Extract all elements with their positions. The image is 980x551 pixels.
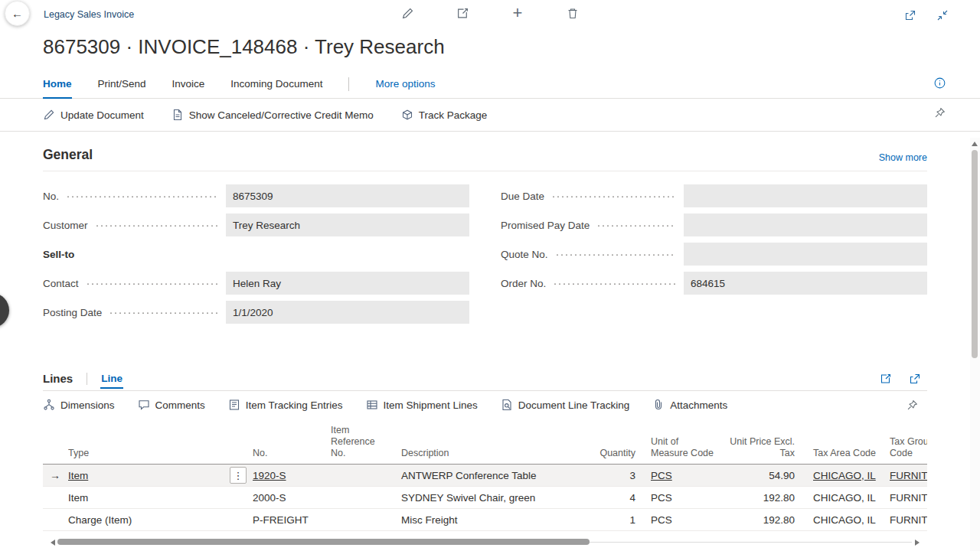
- col-quantity[interactable]: Quantity: [590, 448, 637, 464]
- cell-description[interactable]: SYDNEY Swivel Chair, green: [397, 492, 590, 504]
- scroll-left-arrow[interactable]: [51, 540, 55, 546]
- plus-icon: +: [513, 5, 523, 21]
- hscroll-thumb[interactable]: [57, 539, 590, 545]
- menu-tab-band: Home Print/Send Invoice Incoming Documen…: [0, 70, 980, 99]
- table-row[interactable]: Charge (Item) P-FREIGHT Misc Freight 1 P…: [43, 509, 927, 531]
- pin-lines-toolbar-button[interactable]: [906, 399, 918, 411]
- cell-no[interactable]: 1920-S: [253, 470, 329, 481]
- action-bar: Update Document Show Canceled/Corrective…: [43, 99, 927, 131]
- cell-unit-price[interactable]: 192.80: [724, 514, 798, 526]
- lines-toolbar: Dimensions Comments Item Tracking Entrie…: [43, 391, 927, 419]
- cell-quantity[interactable]: 1: [590, 514, 637, 526]
- edge-handle[interactable]: [0, 293, 9, 328]
- pencil-icon: [43, 109, 55, 121]
- dimensions-button[interactable]: Dimensions: [43, 399, 115, 411]
- comments-button[interactable]: Comments: [138, 399, 205, 411]
- col-tax-group-code[interactable]: Tax Group Code: [885, 436, 927, 464]
- attachments-button[interactable]: Attachments: [652, 399, 727, 411]
- document-icon: [172, 109, 184, 121]
- lines-caption: Lines: [43, 372, 73, 385]
- cell-description[interactable]: ANTWERP Conference Table: [397, 470, 590, 481]
- more-options-button[interactable]: More options: [375, 70, 435, 99]
- scroll-up-arrow[interactable]: [972, 142, 978, 146]
- table-row[interactable]: → Item ⋮ 1920-S ANTWERP Conference Table…: [43, 465, 927, 487]
- contact-field[interactable]: Helen Ray: [226, 272, 469, 295]
- share-button[interactable]: [452, 3, 472, 23]
- show-credit-memo-action[interactable]: Show Canceled/Corrective Credit Memo: [172, 109, 374, 121]
- back-button[interactable]: ←: [5, 1, 30, 26]
- tab-invoice[interactable]: Invoice: [172, 70, 205, 99]
- col-unit-price-excl-tax[interactable]: Unit Price Excl. Tax: [724, 436, 798, 464]
- vscroll-thumb[interactable]: [972, 150, 978, 358]
- no-field[interactable]: 8675309: [226, 184, 469, 207]
- cell-type[interactable]: Item: [68, 492, 253, 504]
- cell-tax-group-code[interactable]: FURNITURE: [885, 514, 927, 526]
- track-package-action[interactable]: Track Package: [401, 109, 488, 121]
- cell-no[interactable]: 2000-S: [253, 492, 329, 504]
- cell-tax-area-code[interactable]: CHICAGO, IL: [798, 514, 885, 526]
- vertical-scrollbar[interactable]: [970, 138, 980, 551]
- col-tax-area-code[interactable]: Tax Area Code: [798, 448, 885, 464]
- col-item-reference-no[interactable]: Item Reference No.: [329, 425, 397, 464]
- collapse-view-button[interactable]: [933, 5, 952, 25]
- tab-incoming-document[interactable]: Incoming Document: [230, 70, 322, 99]
- cell-tax-group-code[interactable]: FURNITURE: [885, 470, 927, 481]
- dotted-leader: [551, 195, 676, 197]
- popout-icon: [909, 373, 921, 385]
- col-description[interactable]: Description: [397, 448, 590, 464]
- share-lines-button[interactable]: [880, 373, 892, 385]
- document-line-tracking-button[interactable]: Document Line Tracking: [501, 399, 630, 411]
- topbar-center-actions: +: [397, 3, 583, 23]
- customer-field[interactable]: Trey Research: [226, 214, 469, 236]
- horizontal-scrollbar[interactable]: [43, 537, 927, 548]
- cell-type[interactable]: Charge (Item): [68, 514, 253, 526]
- item-tracking-entries-button[interactable]: Item Tracking Entries: [228, 399, 343, 411]
- dotted-leader: [66, 195, 218, 197]
- cell-unit-price[interactable]: 54.90: [724, 470, 798, 481]
- cell-tax-area-code[interactable]: CHICAGO, IL: [798, 492, 885, 504]
- info-button[interactable]: [934, 77, 946, 89]
- cell-type[interactable]: Item ⋮: [68, 467, 253, 484]
- posting-date-field[interactable]: 1/1/2020: [226, 301, 469, 324]
- cell-unit-of-measure-code[interactable]: PCS: [637, 514, 724, 526]
- action-label: Track Package: [419, 109, 488, 121]
- quote-no-field[interactable]: [684, 243, 927, 266]
- open-in-new-window-button[interactable]: [900, 5, 920, 25]
- promised-pay-date-field[interactable]: [684, 214, 927, 236]
- open-lines-in-window-button[interactable]: [909, 373, 921, 385]
- cell-quantity[interactable]: 3: [590, 470, 637, 481]
- item-shipment-lines-button[interactable]: Item Shipment Lines: [366, 399, 478, 411]
- scroll-right-arrow[interactable]: [915, 540, 920, 546]
- cell-no[interactable]: P-FREIGHT: [253, 514, 329, 526]
- col-type[interactable]: Type: [68, 448, 253, 464]
- field-promised-pay-date: Promised Pay Date: [501, 214, 927, 236]
- dotted-leader: [555, 253, 676, 256]
- dotted-leader: [553, 282, 676, 285]
- new-document-button[interactable]: +: [508, 3, 528, 23]
- edit-button[interactable]: [397, 3, 417, 23]
- due-date-field[interactable]: [684, 184, 927, 207]
- tab-line[interactable]: Line: [100, 370, 123, 389]
- back-arrow-icon: ←: [11, 7, 23, 20]
- share-icon: [456, 7, 469, 20]
- field-contact: Contact Helen Ray: [43, 272, 469, 295]
- cell-tax-group-code[interactable]: FURNITURE: [885, 492, 927, 504]
- cell-quantity[interactable]: 4: [590, 492, 637, 504]
- row-menu-button[interactable]: ⋮: [230, 467, 247, 484]
- pin-action-bar-button[interactable]: [934, 107, 946, 119]
- tab-print-send[interactable]: Print/Send: [98, 70, 146, 99]
- cell-unit-of-measure-code[interactable]: PCS: [637, 492, 724, 504]
- col-no[interactable]: No.: [253, 448, 329, 464]
- col-unit-of-measure-code[interactable]: Unit of Measure Code: [637, 436, 724, 464]
- show-more-link[interactable]: Show more: [879, 152, 927, 163]
- order-no-field[interactable]: 684615: [684, 272, 927, 295]
- cell-unit-price[interactable]: 192.80: [724, 492, 798, 504]
- tab-home[interactable]: Home: [43, 70, 72, 99]
- update-document-action[interactable]: Update Document: [43, 109, 144, 121]
- cell-description[interactable]: Misc Freight: [397, 514, 590, 526]
- info-icon: [934, 77, 946, 89]
- delete-button[interactable]: [563, 3, 583, 23]
- cell-unit-of-measure-code[interactable]: PCS: [637, 470, 724, 481]
- table-row[interactable]: Item 2000-S SYDNEY Swivel Chair, green 4…: [43, 487, 927, 509]
- cell-tax-area-code[interactable]: CHICAGO, IL: [798, 470, 885, 481]
